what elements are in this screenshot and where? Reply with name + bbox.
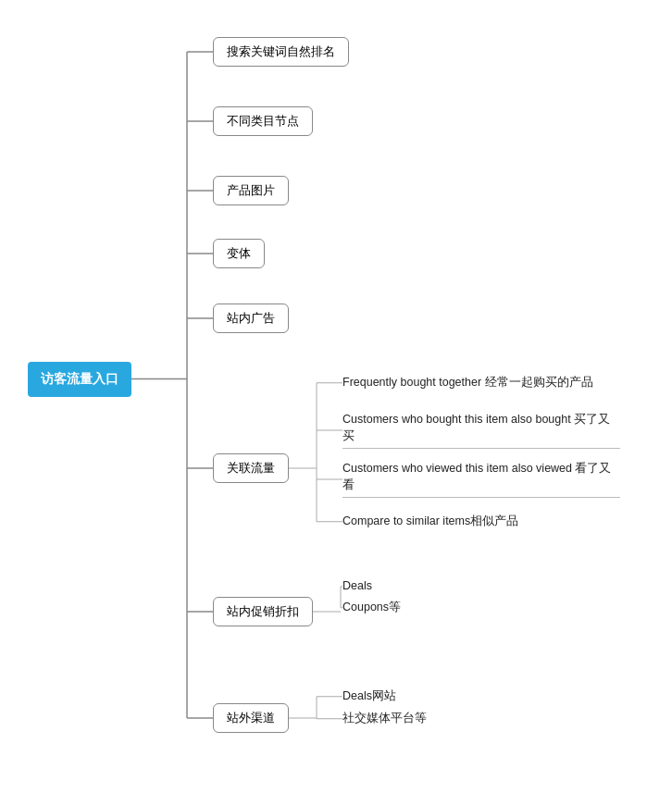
branch-ad: 站内广告: [213, 304, 289, 333]
branch-external: 站外渠道: [213, 703, 289, 733]
branch-related: 关联流量: [213, 453, 289, 483]
leaf-frequently-bought: Frequently bought together 经常一起购买的产品: [342, 375, 593, 391]
leaf-deals-site: Deals网站: [342, 688, 396, 705]
leaf-also-bought: Customers who bought this item also boug…: [342, 412, 620, 449]
branch-search: 搜索关键词自然排名: [213, 37, 349, 67]
leaf-social-media: 社交媒体平台等: [342, 711, 427, 727]
leaf-also-viewed: Customers who viewed this item also view…: [342, 461, 620, 498]
branch-category: 不同类目节点: [213, 106, 313, 136]
branch-variant: 变体: [213, 239, 265, 268]
branch-image: 产品图片: [213, 176, 289, 205]
connector-lines: [0, 0, 672, 793]
mind-map-diagram: 访客流量入口 搜索关键词自然排名 不同类目节点 产品图片 变体 站内广告 关联流…: [0, 0, 672, 793]
branch-promo: 站内促销折扣: [213, 597, 313, 626]
leaf-coupons: Coupons等: [342, 600, 401, 616]
leaf-compare-similar: Compare to similar items相似产品: [342, 514, 518, 530]
root-node: 访客流量入口: [28, 362, 131, 397]
leaf-deals: Deals: [342, 578, 372, 595]
